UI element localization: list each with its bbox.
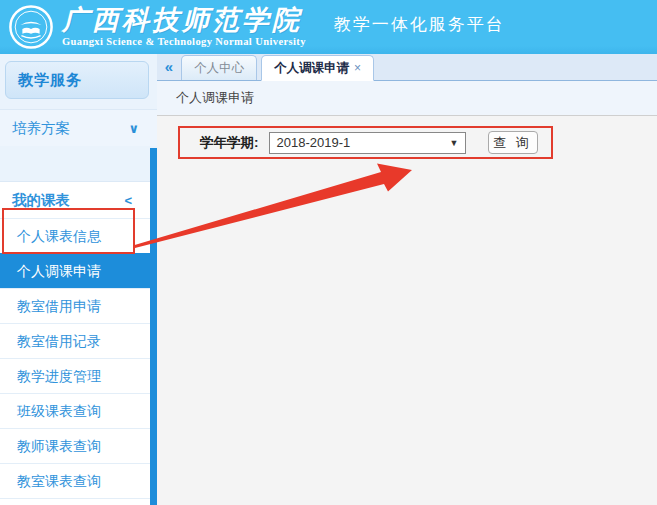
sidebar-item-course-change-request[interactable]: 个人调课申请	[0, 253, 157, 288]
semester-select[interactable]: 2018-2019-1 ▼	[269, 132, 466, 154]
sidebar-group-my-timetable[interactable]: 我的课表 <	[0, 181, 150, 218]
breadcrumb: 个人调课申请	[176, 89, 254, 107]
sidebar-item-personal-timetable[interactable]: 个人课表信息	[0, 218, 150, 253]
school-name-en: Guangxi Science & Technology Normal Univ…	[62, 37, 306, 48]
tab-label: 个人中心	[194, 60, 244, 77]
semester-query-form: 学年学期: 2018-2019-1 ▼ 查 询	[200, 131, 538, 154]
sidebar-item-course-timetable-query[interactable]: 课程课表查询	[0, 498, 150, 505]
sidebar-item-classroom-borrow-record[interactable]: 教室借用记录	[0, 323, 150, 358]
sidebar: 教学服务 培养方案 ∨ 我的课表 < 个人课表信息 个人调课申请 教室借用申请 …	[0, 54, 157, 505]
school-brand: 广西科技师范学院 Guangxi Science & Technology No…	[62, 6, 306, 48]
select-dropdown-icon: ▼	[450, 138, 459, 148]
sidebar-item-classroom-timetable-query[interactable]: 教室课表查询	[0, 463, 150, 498]
tab-course-change-request[interactable]: 个人调课申请 ×	[261, 55, 374, 81]
sidebar-item-teaching-progress[interactable]: 教学进度管理	[0, 358, 150, 393]
school-name-zh: 广西科技师范学院	[62, 6, 306, 33]
semester-select-value: 2018-2019-1	[277, 135, 351, 150]
breadcrumb-bar: 个人调课申请	[157, 81, 657, 116]
sidebar-item-teacher-timetable-query[interactable]: 教师课表查询	[0, 428, 150, 463]
school-logo-icon	[8, 4, 54, 50]
sidebar-group-label: 培养方案	[12, 119, 70, 138]
app-header: 广西科技师范学院 Guangxi Science & Technology No…	[0, 0, 657, 54]
query-button[interactable]: 查 询	[488, 131, 538, 154]
chevron-down-icon: ∨	[128, 121, 139, 136]
chevron-left-icon: <	[124, 193, 132, 208]
close-icon[interactable]: ×	[354, 61, 361, 75]
tab-personal-center[interactable]: 个人中心	[181, 55, 257, 80]
collapse-tabs-icon[interactable]: «	[157, 53, 181, 80]
sidebar-menu: 我的课表 < 个人课表信息 个人调课申请 教室借用申请 教室借用记录 教学进度管…	[0, 181, 150, 505]
sidebar-section-title[interactable]: 教学服务	[5, 61, 149, 99]
sidebar-group-label: 我的课表	[12, 191, 70, 210]
sidebar-item-class-timetable-query[interactable]: 班级课表查询	[0, 393, 150, 428]
sidebar-item-classroom-borrow-request[interactable]: 教室借用申请	[0, 288, 150, 323]
sidebar-group-training-plan[interactable]: 培养方案 ∨	[0, 109, 157, 146]
tab-label: 个人调课申请	[274, 60, 349, 77]
sidebar-accent-strip	[150, 148, 157, 505]
content-panel: 学年学期: 2018-2019-1 ▼ 查 询	[157, 116, 657, 504]
platform-title: 教学一体化服务平台	[334, 13, 505, 36]
main-area: « 个人中心 个人调课申请 × 个人调课申请 学年学期: 2018-2019-1…	[157, 54, 657, 505]
tab-bar: « 个人中心 个人调课申请 ×	[157, 54, 657, 81]
semester-label: 学年学期:	[200, 134, 259, 152]
